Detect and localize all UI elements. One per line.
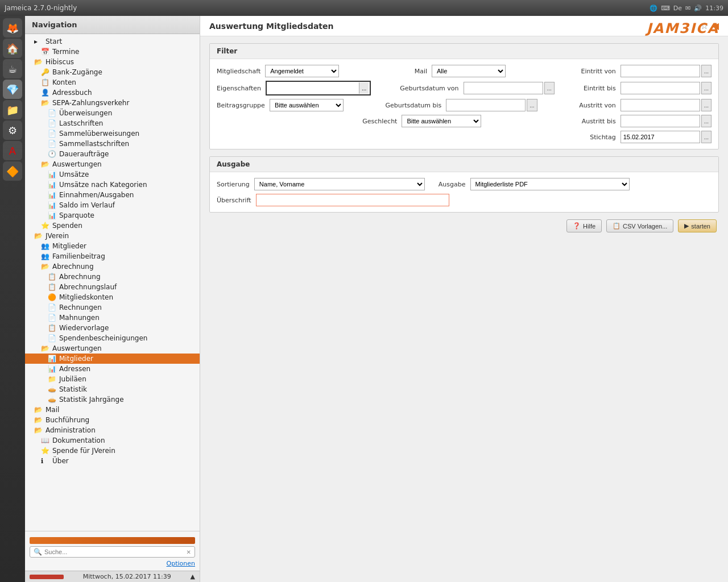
nav-item-uber[interactable]: ℹ️Über xyxy=(25,456,200,466)
ausgabe-select[interactable]: Mitgliederliste PDF CSV xyxy=(470,178,630,190)
nav-item-mitglieder-selected[interactable]: 📊Mitglieder xyxy=(25,354,200,364)
clear-search-button[interactable]: ✕ xyxy=(187,549,191,555)
hilfe-button[interactable]: ❓ Hilfe xyxy=(566,219,602,232)
nav-item-auswertungen-jv[interactable]: 📂Auswertungen xyxy=(25,343,200,354)
mitgliedschaft-select[interactable]: Angemeldet Abgemeldet Alle xyxy=(265,65,339,77)
beitragsgruppe-control[interactable]: Bitte auswählen xyxy=(270,99,344,111)
nav-icon-sparquote: 📊 xyxy=(48,211,57,219)
nav-item-jverein[interactable]: 📂JVerein xyxy=(25,231,200,241)
nav-item-uberweisungen[interactable]: 📄Überweisungen xyxy=(25,108,200,118)
nav-item-sparquote[interactable]: 📊Sparquote xyxy=(25,210,200,221)
nav-item-wiedervorlage[interactable]: 📋Wiedervorlage xyxy=(25,323,200,333)
austritt-bis-browse[interactable]: ... xyxy=(701,115,712,127)
taskbar-settings[interactable]: ⚙ xyxy=(3,120,22,140)
nav-item-dauerauftrage[interactable]: 🕐Daueraufträge xyxy=(25,149,200,159)
nav-icon-hibiscus: 📂 xyxy=(34,58,43,66)
stichtag-input[interactable] xyxy=(621,131,700,143)
nav-icon-dauerauftrage: 🕐 xyxy=(48,150,57,158)
nav-item-abrechnung[interactable]: 📋Abrechnung xyxy=(25,272,200,282)
uberschrift-input[interactable] xyxy=(256,194,449,206)
geburtsdatum-bis-input[interactable] xyxy=(446,99,526,111)
nav-item-statistik-jahrg[interactable]: 🥧Statistik Jahrgänge xyxy=(25,394,200,405)
page-title: Auswertung Mitgliedsdaten xyxy=(209,22,334,31)
nav-item-mitgliedskonten[interactable]: 🟠Mitgliedskonten xyxy=(25,292,200,302)
nav-item-mail[interactable]: 📂Mail xyxy=(25,405,200,415)
nav-item-abrechnungslauf[interactable]: 📋Abrechnungslauf xyxy=(25,282,200,292)
beitragsgruppe-label: Beitragsgruppe xyxy=(217,102,265,109)
start-icon: ▶ xyxy=(684,222,689,230)
austritt-von-browse[interactable]: ... xyxy=(701,99,712,111)
nav-item-sepa[interactable]: 📂SEPA-Zahlungsverkehr xyxy=(25,98,200,108)
geschlecht-control[interactable]: Bitte auswählen Männlich Weiblich xyxy=(402,115,481,127)
nav-item-dokumentation[interactable]: 📖Dokumentation xyxy=(25,435,200,446)
nav-item-hibiscus[interactable]: 📂Hibiscus xyxy=(25,57,200,67)
eigenschaften-control[interactable]: ... xyxy=(266,81,371,95)
mitgliedschaft-control[interactable]: Angemeldet Abgemeldet Alle xyxy=(265,65,339,77)
eigenschaften-input[interactable] xyxy=(268,82,359,94)
taskbar-vlc[interactable]: 🔶 xyxy=(3,161,22,181)
nav-item-spenden[interactable]: ⭐Spenden xyxy=(25,221,200,231)
csv-vorlagen-button[interactable]: 📋 CSV Vorlagen... xyxy=(606,219,673,232)
taskbar-app[interactable]: ☕ xyxy=(3,59,22,78)
eintritt-von-control[interactable]: ... xyxy=(621,65,712,77)
nav-item-auswertungen-hib[interactable]: 📂Auswertungen xyxy=(25,159,200,169)
nav-tree[interactable]: ▸Start📅Termine📂Hibiscus🔑Bank-Zugänge📋Kon… xyxy=(25,34,200,531)
nav-item-buchfuhrung[interactable]: 📂Buchführung xyxy=(25,415,200,425)
nav-item-adressbuch[interactable]: 👤Adressbuch xyxy=(25,88,200,98)
austritt-bis-control[interactable]: ... xyxy=(621,115,712,127)
search-bar[interactable]: 🔍 ✕ xyxy=(30,546,195,558)
starten-button[interactable]: ▶ starten xyxy=(678,219,717,232)
mail-control[interactable]: Alle Ja Nein xyxy=(432,65,506,77)
stichtag-browse[interactable]: ... xyxy=(701,131,712,143)
austritt-bis-input[interactable] xyxy=(621,115,700,127)
geburtsdatum-von-browse[interactable]: ... xyxy=(544,82,555,94)
taskbar-files[interactable]: 📁 xyxy=(3,100,22,119)
nav-item-abrechnung-folder[interactable]: 📂Abrechnung xyxy=(25,261,200,272)
nav-label-sepa: SEPA-Zahlungsverkehr xyxy=(52,99,129,107)
nav-item-spendenbescheinigungen[interactable]: 📄Spendenbescheinigungen xyxy=(25,333,200,343)
nav-item-rechnungen[interactable]: 📄Rechnungen xyxy=(25,302,200,313)
nav-item-mahnungen[interactable]: 📄Mahnungen xyxy=(25,313,200,323)
search-input[interactable] xyxy=(44,548,184,555)
nav-item-start[interactable]: ▸Start xyxy=(25,36,200,47)
nav-item-spende-jverein[interactable]: ⭐Spende für JVerein xyxy=(25,446,200,456)
sortierung-select[interactable]: Name, Vorname Vorname, Name Mitgliedsnum… xyxy=(254,178,425,190)
mail-select[interactable]: Alle Ja Nein xyxy=(432,65,506,77)
nav-item-administration[interactable]: 📂Administration xyxy=(25,425,200,435)
austritt-von-input[interactable] xyxy=(621,99,700,111)
nav-item-mitglieder-jv[interactable]: 👥Mitglieder xyxy=(25,241,200,251)
nav-item-sammeluberweisungen[interactable]: 📄Sammelüberweisungen xyxy=(25,128,200,139)
nav-item-bank-zugange[interactable]: 🔑Bank-Zugänge xyxy=(25,67,200,77)
beitragsgruppe-select[interactable]: Bitte auswählen xyxy=(270,99,344,111)
austritt-von-control[interactable]: ... xyxy=(621,99,712,111)
options-link[interactable]: Optionen xyxy=(167,560,195,567)
eintritt-von-input[interactable] xyxy=(621,65,700,77)
geschlecht-select[interactable]: Bitte auswählen Männlich Weiblich xyxy=(402,115,481,127)
taskbar-jameica[interactable]: 💎 xyxy=(3,80,22,99)
nav-item-termine[interactable]: 📅Termine xyxy=(25,47,200,57)
eintritt-bis-control[interactable]: ... xyxy=(621,82,712,94)
nav-item-saldo[interactable]: 📊Saldo im Verlauf xyxy=(25,200,200,210)
eintritt-bis-browse[interactable]: ... xyxy=(701,82,712,94)
nav-item-konten[interactable]: 📋Konten xyxy=(25,77,200,88)
eintritt-bis-input[interactable] xyxy=(621,82,700,94)
nav-item-familienbeitrag[interactable]: 👥Familienbeitrag xyxy=(25,251,200,261)
stichtag-control[interactable]: ... xyxy=(621,131,712,143)
taskbar-adobe[interactable]: A xyxy=(3,141,22,160)
nav-item-jubillen[interactable]: 📁Jubiläen xyxy=(25,374,200,384)
nav-item-umsatze-kategorien[interactable]: 📊Umsätze nach Kategorien xyxy=(25,180,200,190)
nav-item-lastschriften[interactable]: 📄Lastschriften xyxy=(25,118,200,128)
eigenschaften-browse[interactable]: ... xyxy=(359,82,369,94)
nav-item-einnahmen-ausgaben[interactable]: 📊Einnahmen/Ausgaben xyxy=(25,190,200,200)
taskbar-home[interactable]: 🏠 xyxy=(3,39,22,58)
geburtsdatum-bis-browse[interactable]: ... xyxy=(527,99,537,111)
eintritt-von-browse[interactable]: ... xyxy=(701,65,712,77)
taskbar-firefox[interactable]: 🦊 xyxy=(3,18,22,38)
geburtsdatum-von-control[interactable]: ... xyxy=(464,82,555,94)
nav-item-statistik[interactable]: 🥧Statistik xyxy=(25,384,200,394)
nav-item-adressen[interactable]: 📊Adressen xyxy=(25,364,200,374)
geburtsdatum-von-input[interactable] xyxy=(464,82,543,94)
nav-item-umsatze[interactable]: 📊Umsätze xyxy=(25,169,200,180)
nav-item-sammellastschriften[interactable]: 📄Sammellastschriften xyxy=(25,139,200,149)
geburtsdatum-bis-control[interactable]: ... xyxy=(446,99,537,111)
